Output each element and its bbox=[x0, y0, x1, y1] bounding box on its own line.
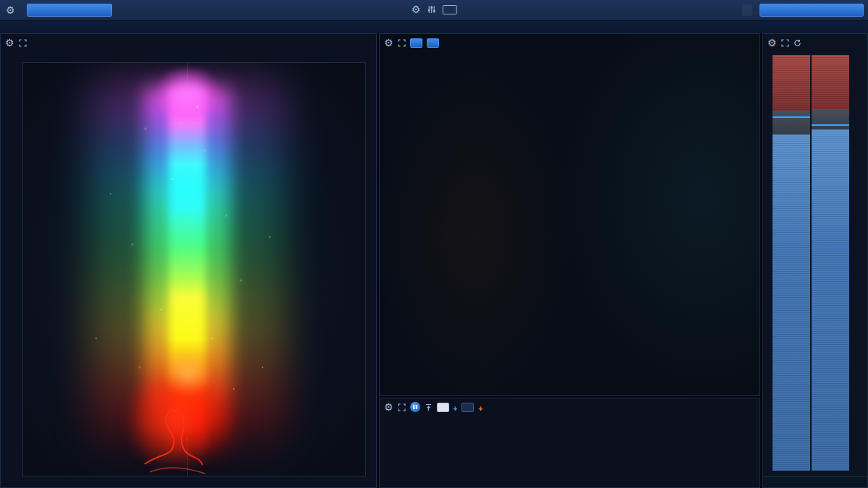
app-root: ⚙ ⚙ ⚙ bbox=[0, 0, 868, 488]
panel-toolbar: ⚙ bbox=[384, 38, 439, 48]
meter-gap-zone bbox=[812, 109, 849, 129]
audio-source-group: ⚙ bbox=[6, 4, 112, 17]
curve-1-button[interactable] bbox=[437, 403, 449, 412]
spectrogram-display[interactable] bbox=[380, 34, 761, 397]
panel-settings-gear-icon[interactable]: ⚙ bbox=[384, 38, 393, 48]
peak-hold-line bbox=[773, 116, 810, 118]
pause-button[interactable] bbox=[410, 402, 420, 412]
rms-footer bbox=[763, 476, 867, 487]
spatial-spectrogram-panel: ⚙ bbox=[0, 33, 377, 488]
add-curve-blue-icon[interactable]: + bbox=[454, 405, 458, 413]
hardware-input-button[interactable] bbox=[27, 4, 112, 17]
meter-red-zone bbox=[812, 55, 849, 109]
peak-hold-line bbox=[812, 124, 849, 126]
top-bar-row-1: ⚙ ⚙ bbox=[0, 0, 868, 20]
reset-icon[interactable] bbox=[793, 39, 801, 47]
settings-gear-icon[interactable]: ⚙ bbox=[412, 4, 421, 14]
top-bar: ⚙ ⚙ bbox=[0, 0, 868, 33]
top-bar-row-2 bbox=[0, 20, 868, 33]
global-controls-group: ⚙ bbox=[412, 4, 457, 14]
panel-settings-gear-icon[interactable]: ⚙ bbox=[384, 402, 393, 412]
view-preset-button[interactable] bbox=[760, 4, 864, 17]
sliders-icon[interactable] bbox=[427, 5, 435, 14]
rms-metering-panel: ⚙ bbox=[762, 33, 868, 488]
spatial-spectrogram-display bbox=[22, 62, 366, 476]
magnitude-spectrum-panel: ⚙ + + bbox=[379, 398, 760, 488]
meter-gap-zone bbox=[773, 111, 810, 134]
fullscreen-icon[interactable] bbox=[781, 39, 789, 47]
panel-toolbar: ⚙ bbox=[5, 38, 27, 48]
add-curve-orange-icon[interactable]: + bbox=[478, 405, 482, 413]
meter-red-zone bbox=[773, 55, 810, 111]
rms-meter-right bbox=[812, 55, 849, 471]
panel-toolbar: ⚙ + + bbox=[384, 402, 482, 412]
io-icon[interactable] bbox=[442, 5, 456, 14]
panel-settings-gear-icon[interactable]: ⚙ bbox=[767, 38, 777, 48]
view-2-button[interactable] bbox=[427, 38, 439, 48]
panel-settings-gear-icon[interactable]: ⚙ bbox=[5, 38, 14, 48]
meter-level-bar bbox=[812, 129, 849, 471]
red-filament bbox=[23, 63, 366, 476]
fullscreen-icon[interactable] bbox=[398, 39, 406, 47]
layout-group bbox=[742, 4, 864, 17]
panel-toolbar: ⚙ bbox=[767, 38, 801, 48]
rms-meter-left bbox=[773, 55, 810, 471]
meter-level-bar bbox=[773, 134, 810, 471]
curve-2-button[interactable] bbox=[461, 403, 474, 412]
fullscreen-icon[interactable] bbox=[398, 403, 406, 411]
fullscreen-icon[interactable] bbox=[19, 39, 27, 47]
layout-button[interactable] bbox=[742, 4, 752, 16]
audio-settings-gear-icon[interactable]: ⚙ bbox=[6, 5, 15, 15]
peak-hold-icon[interactable] bbox=[425, 403, 433, 411]
spectrogram-panel: ⚙ bbox=[379, 33, 760, 396]
view-1-button[interactable] bbox=[410, 38, 422, 48]
